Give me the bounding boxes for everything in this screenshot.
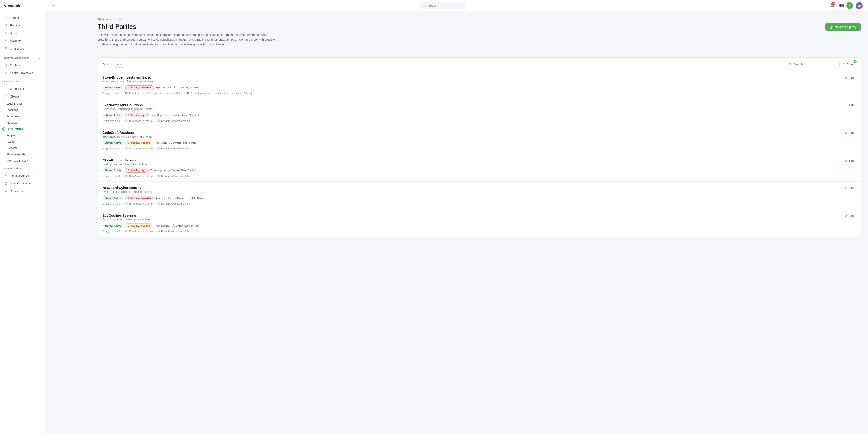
logo: vucavoid. (0, 0, 45, 12)
owner-tag: Owner: Dag Data-Guard (174, 197, 204, 199)
reliability-assessment-meta: Reliability Assessment: No (157, 174, 191, 177)
filter-badge: 0 (854, 60, 857, 63)
sidebar-item-structures[interactable]: Structures (0, 187, 45, 195)
user-avatar-plus[interactable]: + (846, 2, 853, 9)
tenant-settings-icon (4, 174, 8, 178)
list-search-input[interactable] (794, 63, 834, 66)
user-avatar[interactable]: JD (856, 2, 863, 9)
control-management-header[interactable]: Control Management ▲ (0, 54, 45, 61)
notification-count: 43 (831, 2, 835, 5)
sidebar-item-incidents[interactable]: Incidents (0, 37, 45, 45)
item-name: NetGuard Cybersecurity (102, 186, 856, 190)
edit-button[interactable]: Edit (842, 75, 856, 80)
new-third-party-button[interactable]: New third party (825, 23, 861, 31)
status-tag: Status: Active (102, 224, 123, 228)
page-description: Below, the interface empowers you to def… (98, 33, 278, 47)
sort-select[interactable]: - ▼ (114, 61, 124, 68)
sidebar-item-physical-assets[interactable]: Physical Assets (0, 151, 45, 157)
sidebar-item-third-parties[interactable]: Third Parties (0, 126, 45, 132)
edit-button[interactable]: Edit (842, 158, 856, 163)
structures-icon (4, 190, 8, 193)
type-tag: Type: Supplier (154, 224, 170, 227)
sidebar-item-locations[interactable]: Locations (0, 107, 45, 113)
breadcrumb-third-parties[interactable]: Third Parties (98, 18, 113, 21)
item-tags: Status: Active Criticality: High Type: S… (102, 113, 856, 117)
meta-model-chevron: ▲ (39, 80, 41, 83)
challenges-icon (4, 47, 8, 51)
svg-point-12 (187, 92, 189, 94)
risk-assessment-meta: Risk Assessment: Yes (latest assessment:… (125, 92, 182, 94)
engagements-meta: Engagements: 0 (102, 147, 121, 150)
sidebar-item-processes[interactable]: Processes (0, 113, 45, 119)
edit-button[interactable]: Edit (842, 186, 856, 191)
item-tags: Status: Active Criticality: High Type: S… (102, 168, 856, 173)
edit-icon (845, 187, 847, 190)
risks-icon (4, 31, 8, 35)
list-search[interactable] (786, 61, 837, 68)
sidebar-item-capabilities[interactable]: ✦ Capabilities (0, 85, 45, 93)
sidebar-item-people[interactable]: People (0, 132, 45, 139)
reliability-assessment-meta: Reliability Assessment: No (157, 119, 191, 122)
item-description: Compliance consulting, regulatory update… (102, 108, 856, 111)
svg-point-5 (5, 175, 6, 176)
item-name: CodeCraft Academy (102, 131, 856, 135)
filter-button[interactable]: Filter 0 (839, 61, 856, 68)
edit-icon (845, 214, 847, 217)
item-meta: Engagements: 0 Risk Assessment: No Relia… (102, 119, 856, 122)
owner-tag: Owner: Ivy Investor (174, 86, 198, 89)
sidebar-item-control-objectives[interactable]: Control Objectives (0, 69, 45, 77)
edit-button[interactable]: Edit (842, 103, 856, 108)
administration-header[interactable]: Administration ▲ (0, 165, 45, 171)
item-description: Investment advice, M&A advisory services (102, 80, 856, 83)
risk-assessment-meta: Risk Assessment: No (125, 174, 153, 177)
sidebar-item-tenant-settings[interactable]: Tenant settings (0, 172, 45, 180)
sidebar-item-challenges[interactable]: Challenges (0, 45, 45, 53)
global-search[interactable] (420, 2, 465, 9)
sidebar-item-objects[interactable]: Objects (0, 93, 45, 100)
sidebar-item-user-management[interactable]: User Management (0, 180, 45, 187)
edit-button[interactable]: Edit (842, 213, 856, 219)
item-meta: Engagements: 0 Risk Assessment: No Relia… (102, 147, 856, 150)
edit-button[interactable]: Edit (842, 131, 856, 136)
third-party-item: EcoCooling Systems Cooling systems, main… (98, 209, 861, 237)
risk-assessment-meta: Risk Assessment: No (125, 147, 153, 150)
control-management-chevron: ▲ (39, 57, 41, 59)
item-meta: Engagements: 1 Risk Assessment: Yes (lat… (102, 92, 856, 94)
type-tag: Type: Supplier (156, 197, 172, 199)
sidebar-item-findings[interactable]: Findings (0, 22, 45, 29)
global-search-input[interactable] (428, 4, 462, 7)
notification-button[interactable]: 43 (829, 2, 836, 9)
breadcrumb-list: List (118, 18, 122, 21)
risk-assessment-meta: Risk Assessment: No (125, 202, 153, 205)
owner-tag: Owner: Sven Server (172, 224, 198, 227)
item-description: Cooling systems, maintenance services (102, 218, 856, 221)
third-parties-list: Sort by - ▼ Filter 0 StoneBridge (98, 57, 861, 237)
owner-tag: Owner: Charlie Checklist (168, 114, 199, 117)
language-flag[interactable]: 🇬🇧 (839, 3, 844, 8)
status-tag: Status: Active (102, 86, 123, 90)
sidebar-item-risks[interactable]: Risks (0, 29, 45, 37)
engagements-meta: Engagements: 0 (102, 119, 121, 122)
sidebar-item-information-assets[interactable]: Information Assets (0, 157, 45, 164)
search-icon (424, 4, 426, 7)
item-name: EverCompliant Solutions (102, 103, 856, 107)
item-meta: Engagements: 0 Risk Assessment: No Relia… (102, 174, 856, 177)
risk-assessment-meta: Risk Assessment: No (125, 230, 153, 233)
list-toolbar: Sort by - ▼ Filter 0 (98, 58, 861, 71)
third-party-item: CloudHopper Hosting Hosting services, cl… (98, 154, 861, 182)
owner-tag: Owner: Tejas Techtop (169, 141, 196, 144)
sidebar-item-teams[interactable]: Teams (0, 139, 45, 145)
sort-chevron: ▼ (119, 63, 122, 66)
item-name: StoneBridge Investment Bank (102, 75, 856, 79)
sidebar-item-legal-entities[interactable]: Legal Entities (0, 100, 45, 107)
item-description: Cybersecurity solutions, threat intellig… (102, 190, 856, 194)
third-parties-container: StoneBridge Investment Bank Investment a… (98, 71, 861, 237)
administration-chevron: ▲ (39, 167, 41, 170)
reliability-assessment-meta: Reliability Assessment: Yes (latest asse… (187, 92, 252, 94)
sidebar-item-threats[interactable]: ⚡ Threats (0, 14, 45, 22)
back-button[interactable] (51, 2, 57, 9)
meta-model-header[interactable]: Meta Model ▲ (0, 78, 45, 84)
sidebar-item-it-assets[interactable]: IT Assets (0, 145, 45, 151)
sidebar-item-controls[interactable]: Controls (0, 62, 45, 69)
sidebar-item-products[interactable]: Products (0, 119, 45, 126)
